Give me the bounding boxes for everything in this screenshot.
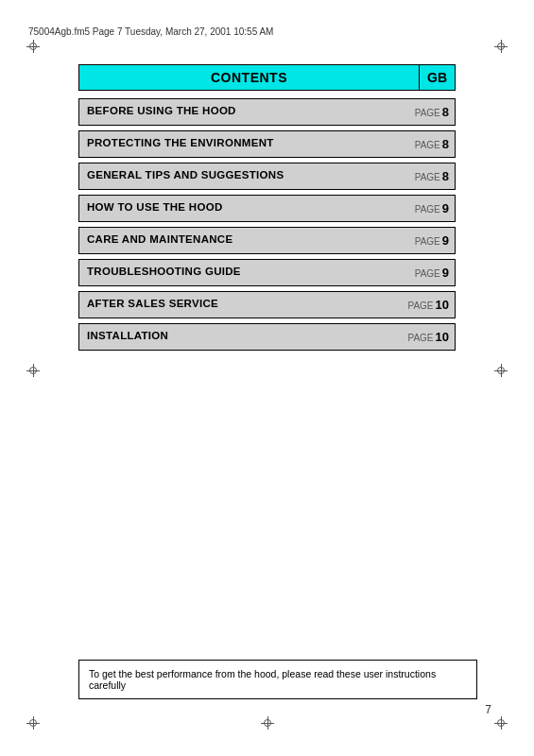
crosshair-mid-left — [26, 364, 40, 377]
header-text: 75004Agb.fm5 Page 7 Tuesday, March 27, 2… — [28, 26, 273, 37]
toc-row: AFTER SALES SERVICE PAGE10 — [78, 291, 456, 318]
toc-row: CARE AND MAINTENANCE PAGE9 — [78, 227, 456, 254]
toc-row: GENERAL TIPS AND SUGGESTIONS PAGE8 — [78, 163, 456, 190]
toc-page-4: PAGE9 — [390, 196, 455, 221]
toc-row: TROUBLESHOOTING GUIDE PAGE9 — [78, 259, 456, 286]
contents-gb: GB — [419, 64, 456, 91]
toc-page-3: PAGE8 — [390, 163, 455, 189]
toc-label-8: INSTALLATION — [79, 324, 390, 350]
toc-label-2: PROTECTING THE ENVIRONMENT — [79, 131, 390, 157]
contents-header: CONTENTS GB — [78, 64, 456, 91]
toc-page-7: PAGE10 — [390, 292, 455, 318]
toc-row: INSTALLATION PAGE10 — [78, 323, 456, 351]
toc-label-5: CARE AND MAINTENANCE — [79, 228, 390, 253]
crosshair-top-left — [26, 40, 40, 53]
page-number: 7 — [485, 703, 491, 716]
toc-page-1: PAGE8 — [390, 99, 455, 125]
toc-label-1: BEFORE USING THE HOOD — [79, 99, 390, 125]
toc-page-2: PAGE8 — [390, 131, 455, 157]
crosshair-bot-right — [494, 716, 508, 730]
crosshair-mid-right — [494, 364, 508, 377]
crosshair-bot-left — [26, 716, 40, 730]
crosshair-top-right — [494, 40, 508, 53]
toc-page-8: PAGE10 — [390, 324, 455, 350]
main-content: CONTENTS GB BEFORE USING THE HOOD PAGE8 … — [78, 64, 456, 355]
contents-title: CONTENTS — [78, 64, 419, 91]
toc-label-7: AFTER SALES SERVICE — [79, 292, 390, 318]
toc-page-6: PAGE9 — [390, 260, 455, 285]
toc-label-6: TROUBLESHOOTING GUIDE — [79, 260, 390, 285]
toc-label-4: HOW TO USE THE HOOD — [79, 196, 390, 221]
bottom-notice: To get the best performance from the hoo… — [78, 660, 477, 699]
crosshair-bot-mid — [261, 716, 274, 730]
toc-row: BEFORE USING THE HOOD PAGE8 — [78, 98, 456, 126]
toc-page-5: PAGE9 — [390, 228, 455, 253]
toc-label-3: GENERAL TIPS AND SUGGESTIONS — [79, 163, 390, 189]
header-line: 75004Agb.fm5 Page 7 Tuesday, March 27, 2… — [28, 26, 506, 37]
bottom-notice-text: To get the best performance from the hoo… — [89, 668, 436, 691]
toc-row: HOW TO USE THE HOOD PAGE9 — [78, 195, 456, 222]
page-container: 75004Agb.fm5 Page 7 Tuesday, March 27, 2… — [0, 0, 534, 756]
toc-row: PROTECTING THE ENVIRONMENT PAGE8 — [78, 130, 456, 158]
